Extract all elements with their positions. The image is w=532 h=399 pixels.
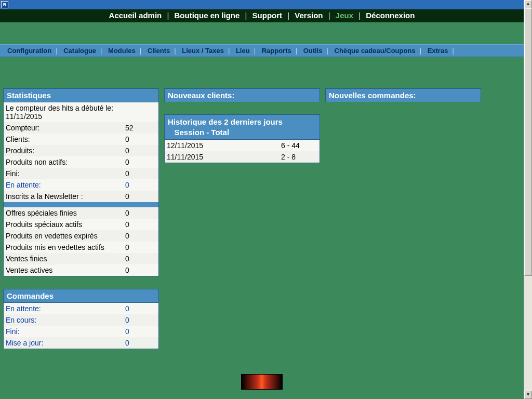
nav-jeux[interactable]: Jeux [336, 11, 353, 20]
sub-nav: Configuration| Catalogue| Modules| Clien… [0, 44, 524, 57]
vertical-scrollbar[interactable]: ▲ ▼ [524, 0, 532, 399]
stats-panel: Le compteur des hits a débuté le: 11/11/… [3, 102, 159, 276]
subnav-configuration[interactable]: Configuration [3, 47, 56, 55]
subnav-lieux-taxes[interactable]: Lieux / Taxes [178, 47, 228, 55]
table-row: Inscrits a la Newsletter :0 [4, 191, 158, 202]
scroll-track[interactable] [524, 8, 532, 391]
table-row: Clients:0 [4, 134, 158, 145]
subnav-rapports[interactable]: Rapports [258, 47, 296, 55]
orders-mise-a-jour-link[interactable]: Mise a jour:0 [4, 337, 158, 349]
orders-panel: En attente:0 En cours:0 Fini:0 Mise a jo… [3, 302, 159, 349]
subnav-modules[interactable]: Modules [104, 47, 140, 55]
scroll-up-button[interactable]: ▲ [524, 0, 532, 8]
app-icon: R [1, 1, 8, 8]
subnav-extras[interactable]: Extras [423, 47, 453, 55]
scroll-down-button[interactable]: ▼ [524, 391, 532, 399]
table-row: Offres spéciales finies0 [4, 207, 158, 219]
nav-deconnexion[interactable]: Déconnexion [366, 11, 415, 20]
window-titlebar: R [0, 0, 524, 9]
table-row: Produits:0 [4, 145, 158, 156]
nav-support[interactable]: Support [252, 11, 283, 20]
new-customers-title: Nouveaux clients: [164, 88, 320, 102]
top-nav: Accueil admin | Boutique en ligne | Supp… [0, 9, 524, 22]
footer-logo [241, 374, 283, 390]
orders-title: Commandes [3, 289, 159, 302]
orders-en-cours-link[interactable]: En cours:0 [4, 314, 158, 326]
subnav-lieu[interactable]: Lieu [232, 47, 254, 55]
table-row: Fini:0 [4, 168, 158, 179]
nav-version[interactable]: Version [295, 11, 323, 20]
panel-divider [4, 202, 158, 207]
history-row: 11/11/20152 - 8 [165, 151, 320, 163]
stats-counter-started: Le compteur des hits a débuté le: 11/11/… [4, 102, 158, 122]
subnav-clients[interactable]: Clients [143, 47, 174, 55]
stats-title: Statistiques [3, 88, 159, 102]
stats-en-attente-link[interactable]: En attente:0 [4, 179, 158, 191]
table-row: Produits en vedettes expirés0 [4, 230, 158, 242]
subnav-cheque-cadeau[interactable]: Chèque cadeau/Coupons [330, 47, 420, 55]
orders-en-attente-link[interactable]: En attente:0 [4, 303, 158, 314]
table-row: Ventes finies0 [4, 253, 158, 264]
nav-accueil-admin[interactable]: Accueil admin [109, 11, 162, 20]
nav-boutique[interactable]: Boutique en ligne [175, 11, 240, 20]
history-header: Historique des 2 derniers jours Session … [164, 114, 320, 139]
new-orders-title: Nouvelles commandes: [325, 88, 481, 102]
table-row: Ventes actives0 [4, 264, 158, 276]
history-row: 12/11/20156 - 44 [165, 140, 320, 151]
table-row: Produits spéciaux actifs0 [4, 219, 158, 230]
table-row: Produits non actifs:0 [4, 156, 158, 168]
subnav-outils[interactable]: Outils [299, 47, 327, 55]
subnav-catalogue[interactable]: Catalogue [59, 47, 100, 55]
table-row: Compteur:52 [4, 122, 158, 134]
table-row: Produits mis en vedettes actifs0 [4, 242, 158, 253]
history-panel: 12/11/20156 - 44 11/11/20152 - 8 [164, 139, 320, 163]
orders-fini-link[interactable]: Fini:0 [4, 326, 158, 337]
scroll-thumb[interactable] [524, 8, 532, 276]
